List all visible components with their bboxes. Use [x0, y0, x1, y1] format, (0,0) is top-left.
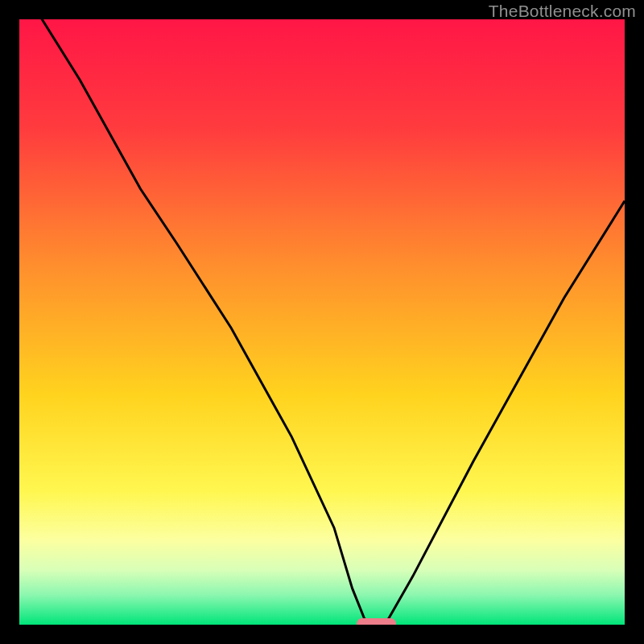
minimum-marker [357, 618, 396, 625]
chart-frame: TheBottleneck.com [0, 0, 644, 644]
plot-area [19, 19, 625, 625]
bottleneck-curve [19, 19, 625, 625]
attribution-label: TheBottleneck.com [489, 2, 636, 21]
